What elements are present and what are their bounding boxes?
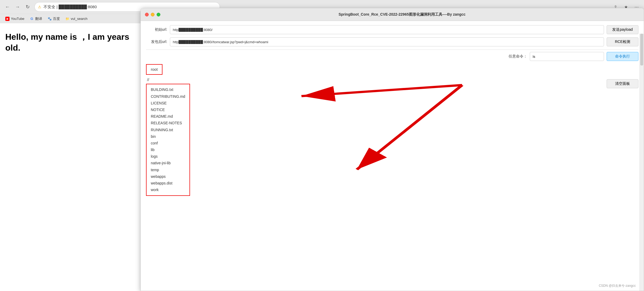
bookmark-youtube[interactable]: ▶ YouTube <box>3 16 27 22</box>
forward-button[interactable]: → <box>13 3 22 11</box>
post-url-label: 发包后url: <box>146 39 167 44</box>
output-area: root // BUILDING.txtCONTRIBUTING.mdLICEN… <box>146 64 638 196</box>
file-list-item: webapps <box>151 173 185 180</box>
bookmark-baidu-label: 百度 <box>53 16 60 21</box>
file-list-item: LICENSE <box>151 100 185 107</box>
command-input[interactable] <box>530 52 604 61</box>
send-payload-button[interactable]: 发送payload <box>607 25 638 34</box>
warning-icon: ⚠ <box>38 5 41 9</box>
app-window: SpringBoot_Core_Rce_CVE-2022-22965图形化漏洞利… <box>140 8 644 291</box>
file-list-item: NOTICE <box>151 107 185 113</box>
close-button[interactable] <box>145 13 149 16</box>
folder-icon: 📁 <box>65 17 69 21</box>
slash-line: // <box>146 77 638 83</box>
maximize-button[interactable] <box>157 13 160 16</box>
bookmark-youtube-label: YouTube <box>11 17 24 21</box>
post-url-row: 发包后url: RCE检测 <box>146 37 638 46</box>
file-list-item: temp <box>151 167 185 173</box>
address-text: 不安全 | ██████████:8080 <box>43 5 97 10</box>
scrollbar[interactable] <box>639 34 644 291</box>
translate-icon: G <box>30 17 34 21</box>
footer-credit: CSDN @归去来兮-zangcc <box>599 284 636 288</box>
root-output-box: root <box>146 64 162 75</box>
youtube-icon: ▶ <box>5 17 10 21</box>
file-list-item: logs <box>151 153 185 160</box>
divider <box>146 50 638 50</box>
minimize-button[interactable] <box>151 13 155 16</box>
file-list-box: BUILDING.txtCONTRIBUTING.mdLICENSENOTICE… <box>146 84 190 196</box>
exec-command-button[interactable]: 命令执行 <box>607 52 638 61</box>
rce-check-button[interactable]: RCE检测 <box>607 37 638 46</box>
scrollbar-thumb[interactable] <box>640 34 643 65</box>
file-list-item: CONTRIBUTING.md <box>151 93 185 100</box>
file-list-item: README.md <box>151 113 185 120</box>
file-list-item: work <box>151 187 185 193</box>
file-list-item: BUILDING.txt <box>151 86 185 93</box>
root-value: root <box>151 67 158 72</box>
window-title: SpringBoot_Core_Rce_CVE-2022-22965图形化漏洞利… <box>165 12 639 17</box>
window-body: 初始url: 发送payload 发包后url: RCE检测 任意命令： 命令执… <box>141 21 644 291</box>
window-titlebar: SpringBoot_Core_Rce_CVE-2022-22965图形化漏洞利… <box>141 8 644 21</box>
bookmark-vul-search[interactable]: 📁 vul_search <box>63 16 90 22</box>
command-row: 任意命令： 命令执行 <box>146 52 638 61</box>
nav-buttons: ← → ↻ <box>3 3 32 11</box>
refresh-button[interactable]: ↻ <box>23 3 32 11</box>
bookmark-vul-label: vul_search <box>71 17 87 21</box>
file-list-item: lib <box>151 147 185 153</box>
initial-url-label: 初始url: <box>146 27 167 32</box>
back-button[interactable]: ← <box>3 3 12 11</box>
initial-url-input[interactable] <box>170 25 604 34</box>
file-list-item: webapps.dist <box>151 180 185 187</box>
traffic-lights <box>145 13 160 16</box>
bookmark-translate-label: 翻译 <box>35 16 42 21</box>
baidu-icon: 🐾 <box>47 17 52 21</box>
command-label: 任意命令： <box>509 54 527 59</box>
initial-url-row: 初始url: 发送payload <box>146 25 638 34</box>
file-list-item: RELEASE-NOTES <box>151 120 185 126</box>
file-list-item: native-jni-lib <box>151 160 185 166</box>
post-url-input[interactable] <box>170 37 604 46</box>
file-list-item: bin <box>151 133 185 140</box>
file-list-item: conf <box>151 140 185 147</box>
file-list-item: RUNNING.txt <box>151 127 185 133</box>
browser-page-content: Hello, my name is ，I am years old. <box>0 23 140 291</box>
bookmark-translate[interactable]: G 翻译 <box>28 16 44 22</box>
page-text: Hello, my name is ，I am years old. <box>5 31 135 53</box>
bookmark-baidu[interactable]: 🐾 百度 <box>45 16 62 22</box>
